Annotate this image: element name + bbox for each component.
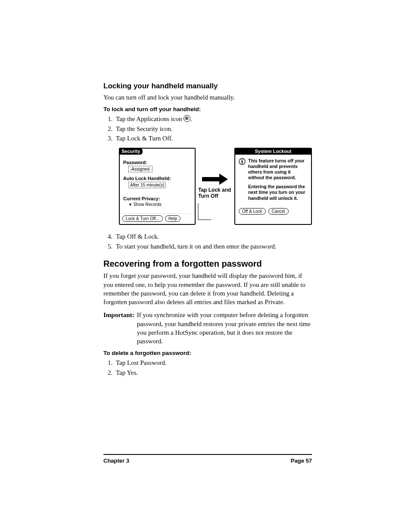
security-panel: Security Password: -Assigned- Auto Lock … — [119, 148, 196, 225]
security-panel-title: Security — [119, 148, 143, 155]
step-1: Tap the Applications icon . — [114, 114, 312, 124]
delete-step-1: Tap Lost Password. — [114, 358, 312, 368]
step-1-suffix: . — [190, 115, 192, 122]
callout-line — [196, 202, 213, 222]
privacy-value: Show Records — [134, 202, 162, 207]
svg-rect-0 — [202, 177, 219, 181]
lockout-para2: Entering the password the next time you … — [248, 184, 308, 201]
autolock-value[interactable]: After 15 minute(s) — [128, 182, 166, 188]
lock-turn-off-button[interactable]: Lock & Turn Off... — [122, 215, 163, 222]
svg-rect-5 — [241, 161, 243, 161]
step-2: Tap the Security icon. — [114, 124, 312, 134]
intro-paragraph: You can turn off and lock your handheld … — [103, 93, 312, 102]
step-3: Tap Lock & Turn Off. — [114, 134, 312, 143]
password-value[interactable]: -Assigned- — [128, 166, 153, 172]
footer-chapter: Chapter 3 — [103, 457, 129, 464]
privacy-selector[interactable]: ▼ Show Records — [128, 202, 191, 207]
info-icon — [239, 158, 246, 205]
figure-lock-screens: Security Password: -Assigned- Auto Lock … — [119, 148, 312, 225]
svg-rect-6 — [241, 163, 243, 163]
arrow-right-icon — [202, 174, 228, 185]
caret-down-icon: ▼ — [128, 202, 132, 207]
off-and-lock-button[interactable]: Off & Lock — [239, 208, 266, 215]
important-label: Important: — [103, 311, 134, 345]
cancel-button[interactable]: Cancel — [268, 208, 289, 215]
privacy-label: Current Privacy: — [123, 196, 191, 201]
step-5: To start your handheld, turn it on and t… — [114, 242, 312, 252]
system-lockout-panel: System Lockout This feature turns off yo… — [234, 148, 312, 225]
recovering-paragraph: If you forget your password, your handhe… — [103, 271, 312, 306]
arrow-column: Tap Lock and Turn Off — [198, 148, 232, 225]
step-4: Tap Off & Lock. — [114, 232, 312, 242]
delete-step-2: Tap Yes. — [114, 368, 312, 378]
section-heading-locking: Locking your handheld manually — [103, 82, 312, 90]
help-button[interactable]: Help — [165, 215, 181, 222]
procedure-list-b: Tap Off & Lock. To start your handheld, … — [103, 232, 312, 251]
page-footer: Chapter 3 Page 57 — [103, 454, 312, 464]
footer-page: Page 57 — [291, 457, 312, 464]
important-note: Important: If you synchronize with your … — [103, 311, 312, 345]
procedure-title-lock: To lock and turn off your handheld: — [103, 106, 312, 112]
password-label: Password: — [123, 160, 191, 165]
procedure-list-delete: Tap Lost Password. Tap Yes. — [103, 358, 312, 377]
step-1-text: Tap the Applications icon — [116, 115, 182, 122]
lockout-para1: This feature turns off your handheld and… — [248, 158, 308, 181]
procedure-list-a: Tap the Applications icon . Tap the Secu… — [103, 114, 312, 143]
lockout-title: System Lockout — [235, 148, 311, 155]
applications-icon — [184, 115, 190, 122]
arrow-caption: Tap Lock and Turn Off — [198, 187, 232, 199]
svg-point-3 — [242, 159, 243, 160]
procedure-title-delete: To delete a forgotten password: — [103, 350, 312, 356]
lockout-text: This feature turns off your handheld and… — [248, 158, 308, 205]
autolock-label: Auto Lock Handheld: — [123, 176, 191, 181]
section-heading-recovering: Recovering from a forgotten password — [103, 259, 312, 269]
important-text: If you synchronize with your computer be… — [137, 311, 312, 345]
svg-marker-1 — [219, 174, 228, 185]
